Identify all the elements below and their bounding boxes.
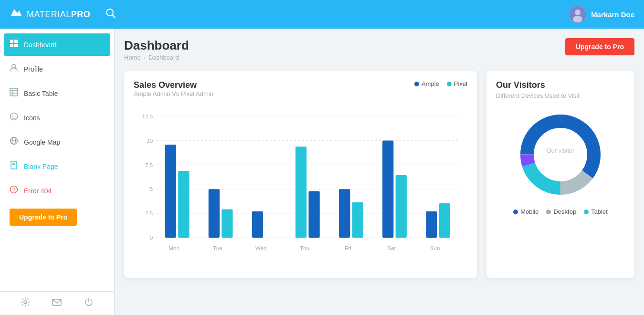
donut-title: Our Visitors [496, 80, 625, 90]
svg-text:Thu: Thu [300, 245, 309, 251]
svg-rect-48 [382, 141, 393, 238]
sidebar-label-error-404: Error 404 [24, 187, 52, 195]
legend-desktop-label: Desktop [553, 208, 576, 215]
page-title: Dashboard [124, 38, 189, 53]
user-name: Markarn Doe [591, 10, 634, 19]
sidebar-nav: Dashboard Profile Basic Table Icons [0, 29, 114, 291]
chart-title: Sales Overview [134, 80, 213, 90]
sidebar-label-google-map: Google Map [24, 138, 60, 146]
mail-icon[interactable] [52, 297, 62, 309]
svg-text:Mon: Mon [169, 245, 179, 251]
globe-icon [10, 136, 18, 147]
donut-legend: Mobile Desktop Tablet [496, 208, 625, 215]
sidebar-label-profile: Profile [24, 65, 43, 73]
svg-point-4 [573, 16, 582, 22]
sidebar-item-profile[interactable]: Profile [0, 57, 114, 81]
svg-rect-44 [296, 147, 306, 238]
svg-rect-20 [11, 161, 17, 169]
cards-row: Sales Overview Ample Admin Vs Pixel Admi… [124, 71, 634, 278]
breadcrumb-current: Dashboard [148, 54, 179, 61]
donut-subtitle: Different Devices Used to Visit [496, 92, 625, 99]
svg-text:?: ? [12, 187, 15, 192]
legend-desktop: Desktop [546, 208, 576, 215]
legend-mobile-label: Mobile [520, 208, 538, 215]
svg-rect-51 [439, 203, 450, 238]
svg-text:Fri: Fri [345, 245, 351, 251]
page-title-block: Dashboard Home › Dashboard [124, 38, 189, 61]
bar-chart-svg: 12.5 10 7.5 5 2.5 0 [134, 106, 467, 268]
svg-rect-5 [10, 40, 13, 43]
sidebar-item-error-404[interactable]: ? Error 404 [0, 178, 114, 203]
mobile-dot [513, 210, 518, 214]
legend-ample-label: Ample [422, 80, 439, 87]
svg-text:2.5: 2.5 [145, 210, 153, 216]
chart-header: Sales Overview Ample Admin Vs Pixel Admi… [134, 80, 467, 104]
face-icon [10, 112, 18, 123]
person-icon [10, 63, 18, 74]
tablet-dot [584, 210, 589, 214]
legend-ample: Ample [414, 80, 439, 87]
sidebar-label-basic-table: Basic Table [24, 90, 58, 97]
brand-icon [10, 6, 23, 22]
svg-rect-6 [14, 40, 18, 43]
legend-mobile: Mobile [513, 208, 538, 215]
upgrade-button-sidebar[interactable]: Upgrade to Pro [10, 209, 77, 226]
desktop-dot [546, 210, 551, 214]
svg-rect-40 [178, 171, 189, 238]
svg-text:10: 10 [147, 137, 153, 144]
brand-logo: MATERIALPRO [10, 6, 90, 22]
topnav-left: MATERIALPRO [10, 6, 116, 22]
svg-text:5: 5 [150, 186, 153, 192]
upgrade-button-header[interactable]: Upgrade to Pro [565, 38, 634, 55]
svg-rect-7 [10, 44, 13, 47]
svg-rect-42 [222, 210, 232, 238]
breadcrumb-home[interactable]: Home [124, 54, 141, 61]
chart-subtitle: Ample Admin Vs Pixel Admin [134, 90, 213, 97]
power-icon[interactable] [84, 297, 94, 309]
sidebar-item-icons[interactable]: Icons [0, 105, 114, 130]
svg-rect-49 [396, 175, 407, 238]
donut-wrap: Our visitor [496, 107, 625, 202]
avatar [569, 6, 586, 23]
sidebar-label-icons: Icons [24, 114, 40, 122]
breadcrumb: Home › Dashboard [124, 54, 189, 61]
svg-point-14 [11, 113, 18, 120]
sidebar-footer [0, 291, 114, 315]
svg-text:Sat: Sat [387, 245, 396, 251]
svg-text:Tue: Tue [213, 245, 222, 251]
pixel-dot [447, 82, 452, 86]
search-icon[interactable] [106, 8, 116, 21]
sidebar-item-blank-page[interactable]: Blank Page [0, 154, 114, 178]
svg-line-1 [113, 15, 116, 18]
svg-point-25 [24, 301, 27, 304]
bar-chart-wrap: 12.5 10 7.5 5 2.5 0 [134, 106, 467, 268]
table-icon [10, 88, 18, 99]
sidebar-label-dashboard: Dashboard [24, 41, 57, 49]
svg-text:Our visitor: Our visitor [546, 147, 575, 154]
svg-rect-45 [308, 191, 319, 237]
brand-name: MATERIALPRO [27, 10, 90, 20]
legend-tablet: Tablet [584, 208, 608, 215]
svg-rect-8 [14, 44, 18, 47]
help-icon: ? [10, 185, 18, 196]
sidebar-label-blank-page: Blank Page [24, 163, 58, 170]
visitors-card: Our Visitors Different Devices Used to V… [486, 71, 634, 278]
ample-dot [414, 82, 419, 86]
svg-rect-43 [252, 211, 263, 238]
sidebar-item-basic-table[interactable]: Basic Table [0, 81, 114, 105]
topnav-right: Markarn Doe [569, 6, 634, 23]
sidebar: Dashboard Profile Basic Table Icons [0, 29, 115, 315]
svg-text:0: 0 [150, 234, 153, 241]
book-icon [10, 161, 18, 172]
sidebar-item-dashboard[interactable]: Dashboard [4, 33, 110, 56]
sidebar-item-google-map[interactable]: Google Map [0, 130, 114, 154]
topnav: MATERIALPRO Markarn Doe [0, 0, 644, 29]
legend-pixel: Pixel [447, 80, 467, 87]
settings-icon[interactable] [21, 297, 30, 309]
svg-text:7.5: 7.5 [145, 162, 153, 168]
svg-rect-47 [352, 202, 363, 238]
svg-point-16 [15, 116, 16, 116]
legend-pixel-label: Pixel [454, 80, 467, 87]
svg-text:Sun: Sun [430, 245, 440, 251]
dashboard-icon [10, 39, 18, 50]
